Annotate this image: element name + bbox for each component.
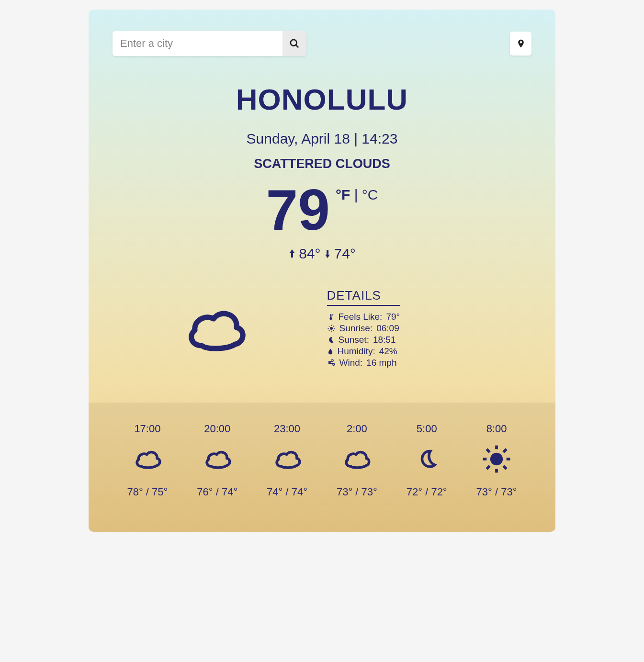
svg-line-17 bbox=[486, 449, 489, 452]
city-search-input[interactable] bbox=[113, 31, 282, 56]
details-section: DETAILS Feels Like: 79° Sunrise: 06:09 bbox=[89, 288, 555, 369]
forecast-temps: 78° / 75° bbox=[127, 486, 168, 498]
forecast-item: 17:0078° / 75° bbox=[113, 423, 182, 498]
condition-icon-large bbox=[113, 288, 317, 369]
detail-sunrise: Sunrise: 06:09 bbox=[327, 323, 532, 334]
unit-separator: | bbox=[350, 187, 362, 202]
city-name: HONOLULU bbox=[89, 82, 555, 116]
hourly-forecast: 17:0078° / 75°20:0076° / 74°23:0074° / 7… bbox=[89, 403, 555, 532]
arrow-down-icon bbox=[324, 248, 331, 259]
svg-point-2 bbox=[332, 314, 333, 316]
weather-condition: SCATTERED CLOUDS bbox=[89, 157, 555, 171]
forecast-low: 74° bbox=[222, 486, 237, 498]
forecast-temps: 72° / 72° bbox=[407, 486, 447, 498]
cloud-icon bbox=[342, 446, 372, 472]
sunrise-value: 06:09 bbox=[376, 323, 399, 334]
forecast-item: 8:0073° / 73° bbox=[462, 423, 531, 498]
wind-icon bbox=[327, 359, 336, 367]
moon-icon bbox=[417, 446, 437, 472]
detail-feels-like: Feels Like: 79° bbox=[327, 312, 532, 322]
humidity-value: 42% bbox=[379, 346, 397, 357]
high-low-row: 84° 74° bbox=[89, 246, 555, 262]
date-time: Sunday, April 18 | 14:23 bbox=[89, 131, 555, 147]
forecast-high: 76° bbox=[197, 486, 213, 498]
unit-fahrenheit[interactable]: °F bbox=[336, 187, 350, 202]
svg-line-1 bbox=[296, 45, 299, 48]
details-panel: DETAILS Feels Like: 79° Sunrise: 06:09 bbox=[317, 288, 532, 369]
forecast-low: 74° bbox=[292, 486, 307, 498]
wind-value: 16 mph bbox=[366, 358, 396, 368]
unit-toggle: °F | °C bbox=[336, 187, 378, 203]
forecast-item: 23:0074° / 74° bbox=[252, 423, 322, 498]
svg-line-10 bbox=[328, 330, 329, 331]
cloud-icon bbox=[133, 446, 162, 472]
forecast-item: 20:0076° / 74° bbox=[182, 423, 252, 498]
svg-line-18 bbox=[503, 466, 506, 469]
forecast-low: 75° bbox=[152, 486, 168, 498]
sun-icon bbox=[482, 446, 511, 472]
sunset-icon bbox=[327, 336, 335, 344]
sunrise-icon bbox=[327, 324, 336, 333]
forecast-time: 8:00 bbox=[486, 423, 507, 435]
wind-label: Wind: bbox=[339, 358, 363, 368]
forecast-item: 5:0072° / 72° bbox=[392, 423, 462, 498]
cloud-icon bbox=[203, 446, 232, 472]
droplet-icon bbox=[327, 347, 334, 356]
forecast-high: 72° bbox=[407, 486, 422, 498]
temperature-row: 79 °F | °C bbox=[89, 181, 555, 238]
forecast-temps: 73° / 73° bbox=[476, 486, 517, 498]
detail-sunset: Sunset: 18:51 bbox=[327, 335, 532, 345]
weather-app: HONOLULU Sunday, April 18 | 14:23 SCATTE… bbox=[89, 10, 555, 532]
forecast-time: 17:00 bbox=[134, 423, 160, 435]
cloud-icon bbox=[272, 446, 302, 472]
feels-like-label: Feels Like: bbox=[339, 312, 383, 322]
detail-humidity: Humidity: 42% bbox=[327, 346, 532, 357]
svg-point-3 bbox=[330, 327, 333, 330]
location-pin-icon bbox=[516, 38, 526, 49]
high-temperature: 84° bbox=[299, 246, 320, 262]
forecast-low: 73° bbox=[501, 486, 517, 498]
svg-line-8 bbox=[328, 326, 329, 327]
svg-point-0 bbox=[291, 40, 297, 46]
forecast-low: 72° bbox=[431, 486, 447, 498]
feels-like-value: 79° bbox=[386, 312, 400, 322]
forecast-time: 2:00 bbox=[347, 423, 367, 435]
current-location-button[interactable] bbox=[510, 32, 531, 56]
forecast-temps: 73° / 73° bbox=[337, 486, 377, 498]
details-heading: DETAILS bbox=[327, 288, 400, 306]
forecast-high: 78° bbox=[127, 486, 143, 498]
sunset-value: 18:51 bbox=[373, 335, 396, 345]
forecast-high: 73° bbox=[476, 486, 492, 498]
svg-line-19 bbox=[486, 466, 489, 469]
svg-line-9 bbox=[333, 330, 334, 331]
svg-line-11 bbox=[333, 326, 334, 327]
forecast-item: 2:0073° / 73° bbox=[322, 423, 392, 498]
current-temperature: 79 bbox=[266, 181, 330, 238]
search-row bbox=[89, 10, 555, 56]
unit-celsius[interactable]: °C bbox=[362, 187, 378, 202]
forecast-time: 20:00 bbox=[204, 423, 230, 435]
thermometer-icon bbox=[327, 313, 335, 321]
detail-wind: Wind: 16 mph bbox=[327, 358, 532, 368]
low-temperature: 74° bbox=[334, 246, 356, 262]
sunset-label: Sunset: bbox=[339, 335, 369, 345]
forecast-high: 73° bbox=[337, 486, 352, 498]
forecast-time: 5:00 bbox=[417, 423, 437, 435]
svg-point-12 bbox=[492, 454, 502, 464]
forecast-high: 74° bbox=[267, 486, 282, 498]
humidity-label: Humidity: bbox=[338, 346, 375, 357]
sunrise-label: Sunrise: bbox=[339, 323, 373, 334]
forecast-temps: 74° / 74° bbox=[267, 486, 307, 498]
svg-line-20 bbox=[503, 449, 506, 452]
forecast-low: 73° bbox=[362, 486, 377, 498]
search-button[interactable] bbox=[282, 31, 306, 56]
forecast-time: 23:00 bbox=[274, 423, 300, 435]
search-icon bbox=[289, 38, 300, 49]
search-group bbox=[113, 31, 306, 56]
forecast-temps: 76° / 74° bbox=[197, 486, 237, 498]
arrow-up-icon bbox=[288, 248, 296, 259]
